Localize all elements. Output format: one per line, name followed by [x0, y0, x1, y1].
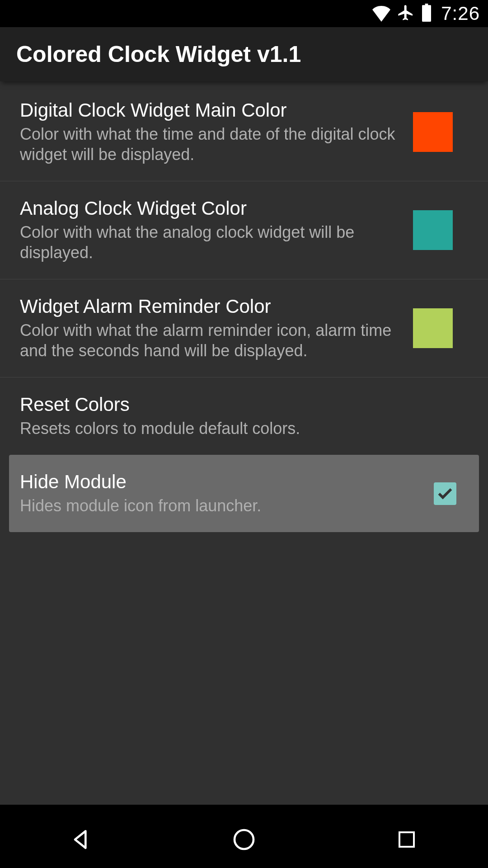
nav-home-button[interactable]: [199, 811, 289, 868]
battery-icon: [421, 4, 432, 24]
airplane-icon: [397, 4, 415, 24]
pref-title: Hide Module: [20, 471, 420, 493]
nav-recent-button[interactable]: [361, 811, 452, 868]
recent-icon: [396, 829, 418, 850]
color-swatch[interactable]: [413, 112, 453, 152]
pref-analog-color[interactable]: Analog Clock Widget Color Color with wha…: [0, 181, 488, 279]
check-icon: [436, 485, 454, 503]
app-bar: Colored Clock Widget v1.1: [0, 27, 488, 81]
pref-alarm-color[interactable]: Widget Alarm Reminder Color Color with w…: [0, 279, 488, 377]
pref-subtitle: Hides module icon from launcher.: [20, 495, 420, 516]
back-icon: [69, 827, 94, 852]
nav-back-button[interactable]: [36, 811, 127, 868]
home-icon: [231, 827, 257, 852]
pref-title: Widget Alarm Reminder Color: [20, 296, 399, 317]
pref-reset-colors[interactable]: Reset Colors Resets colors to module def…: [0, 377, 488, 455]
page-title: Colored Clock Widget v1.1: [16, 41, 301, 67]
nav-bar: [0, 811, 488, 868]
color-swatch[interactable]: [413, 308, 453, 348]
pref-subtitle: Color with what the time and date of the…: [20, 124, 399, 165]
color-swatch[interactable]: [413, 210, 453, 250]
status-time: 7:26: [441, 3, 480, 24]
settings-list: Digital Clock Widget Main Color Color wi…: [0, 81, 488, 805]
pref-subtitle: Color with what the alarm reminder icon,…: [20, 320, 399, 361]
pref-title: Reset Colors: [20, 394, 455, 415]
pref-title: Digital Clock Widget Main Color: [20, 99, 399, 121]
status-bar: 7:26: [0, 0, 488, 27]
svg-rect-1: [399, 832, 414, 847]
pref-subtitle: Resets colors to module default colors.: [20, 418, 455, 439]
pref-subtitle: Color with what the analog clock widget …: [20, 222, 399, 263]
pref-title: Analog Clock Widget Color: [20, 198, 399, 219]
checkbox-hide-module[interactable]: [434, 482, 456, 505]
pref-hide-module[interactable]: Hide Module Hides module icon from launc…: [9, 455, 479, 532]
pref-digital-color[interactable]: Digital Clock Widget Main Color Color wi…: [0, 83, 488, 181]
wifi-icon: [372, 4, 390, 24]
svg-point-0: [235, 830, 253, 849]
